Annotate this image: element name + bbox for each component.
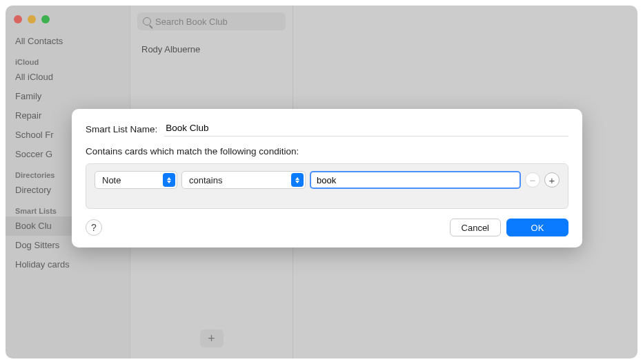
plus-icon: +	[549, 175, 555, 185]
contacts-window: All Contacts iCloud All iCloud Family Re…	[6, 6, 637, 358]
smart-list-name-input[interactable]	[164, 121, 568, 136]
smart-list-subhead: Contains cards which match the following…	[86, 146, 568, 156]
add-condition-button[interactable]: +	[544, 172, 560, 188]
condition-comparator-select[interactable]: contains	[181, 171, 306, 189]
condition-field-select[interactable]: Note	[95, 171, 177, 189]
condition-comparator-value: contains	[189, 175, 222, 185]
chevron-updown-icon	[163, 173, 175, 187]
condition-field-value: Note	[102, 175, 121, 185]
conditions-area: Note contains − +	[86, 163, 568, 209]
minus-icon: −	[530, 175, 536, 185]
chevron-updown-icon	[291, 173, 304, 187]
help-button[interactable]: ?	[86, 219, 102, 236]
condition-value-input[interactable]	[310, 171, 521, 189]
help-icon: ?	[91, 222, 97, 233]
cancel-button[interactable]: Cancel	[450, 219, 501, 236]
ok-button[interactable]: OK	[506, 219, 568, 236]
smart-list-name-label: Smart List Name:	[86, 124, 157, 134]
remove-condition-button[interactable]: −	[525, 172, 540, 188]
smart-list-sheet: Smart List Name: Contains cards which ma…	[72, 109, 582, 247]
condition-row: Note contains − +	[95, 171, 560, 189]
